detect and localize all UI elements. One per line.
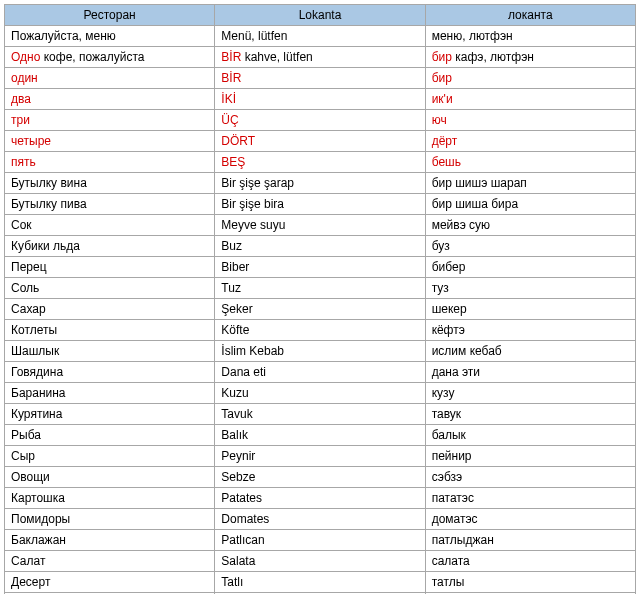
table-cell: бибер <box>425 257 635 278</box>
table-cell: тавук <box>425 404 635 425</box>
table-cell: три <box>5 110 215 131</box>
table-cell: Balık <box>215 425 425 446</box>
table-row: триÜÇюч <box>5 110 636 131</box>
table-cell: Пожалуйста, меню <box>5 26 215 47</box>
table-cell: балык <box>425 425 635 446</box>
table-cell: меню, лютфэн <box>425 26 635 47</box>
table-cell: пять <box>5 152 215 173</box>
table-cell: Patlıcan <box>215 530 425 551</box>
table-row: КотлетыKöfteкёфтэ <box>5 320 636 341</box>
table-cell: один <box>5 68 215 89</box>
table-row: четыреDÖRTдёрт <box>5 131 636 152</box>
table-row: Шашлыкİslim Kebabислим кебаб <box>5 341 636 362</box>
table-cell: Бутылку вина <box>5 173 215 194</box>
table-cell: бир <box>425 68 635 89</box>
table-cell: Кубики льда <box>5 236 215 257</box>
table-cell: Десерт <box>5 572 215 593</box>
table-cell: Сахар <box>5 299 215 320</box>
table-row: СырPeynirпейнир <box>5 446 636 467</box>
table-cell: Sebze <box>215 467 425 488</box>
table-row: Одно кофе, пожалуйстаBİR kahve, lütfenби… <box>5 47 636 68</box>
table-cell: Şeker <box>215 299 425 320</box>
table-cell: пейнир <box>425 446 635 467</box>
table-cell: мейвэ сую <box>425 215 635 236</box>
phrasebook-table: Ресторан Lokanta локанта Пожалуйста, мен… <box>4 4 636 594</box>
table-cell: BEŞ <box>215 152 425 173</box>
table-cell: Tuz <box>215 278 425 299</box>
header-row: Ресторан Lokanta локанта <box>5 5 636 26</box>
table-cell: сэбзэ <box>425 467 635 488</box>
table-cell: Котлеты <box>5 320 215 341</box>
table-cell: кузу <box>425 383 635 404</box>
table-cell: четыре <box>5 131 215 152</box>
table-row: Бутылку винаBir şişe şarapбир шишэ шарап <box>5 173 636 194</box>
table-cell: Помидоры <box>5 509 215 530</box>
table-cell: татлы <box>425 572 635 593</box>
table-row: СахарŞekerшекер <box>5 299 636 320</box>
table-cell: доматэс <box>425 509 635 530</box>
table-body: Пожалуйста, менюMenü, lütfenменю, лютфэн… <box>5 26 636 595</box>
table-row: КартошкаPatatesпататэс <box>5 488 636 509</box>
table-cell: Biber <box>215 257 425 278</box>
table-cell: Buz <box>215 236 425 257</box>
table-cell: салата <box>425 551 635 572</box>
table-cell: буз <box>425 236 635 257</box>
table-cell: Köfte <box>215 320 425 341</box>
table-cell: Salata <box>215 551 425 572</box>
table-cell: бешь <box>425 152 635 173</box>
table-cell: Курятина <box>5 404 215 425</box>
table-cell: Сок <box>5 215 215 236</box>
table-cell: пататэс <box>425 488 635 509</box>
table-cell: Patates <box>215 488 425 509</box>
table-cell: ислим кебаб <box>425 341 635 362</box>
table-cell: Бутылку пива <box>5 194 215 215</box>
table-cell: Kuzu <box>215 383 425 404</box>
table-cell: İKİ <box>215 89 425 110</box>
table-cell: кёфтэ <box>425 320 635 341</box>
table-cell: Tavuk <box>215 404 425 425</box>
table-row: одинBİRбир <box>5 68 636 89</box>
table-cell: дана эти <box>425 362 635 383</box>
table-cell: два <box>5 89 215 110</box>
table-cell: дёрт <box>425 131 635 152</box>
table-row: Пожалуйста, менюMenü, lütfenменю, лютфэн <box>5 26 636 47</box>
table-cell: юч <box>425 110 635 131</box>
table-cell: бир кафэ, лютфэн <box>425 47 635 68</box>
table-cell: Овощи <box>5 467 215 488</box>
table-cell: Одно кофе, пожалуйста <box>5 47 215 68</box>
table-row: БаранинаKuzuкузу <box>5 383 636 404</box>
table-cell: патлыджан <box>425 530 635 551</box>
table-cell: Tatlı <box>215 572 425 593</box>
table-row: СокMeyve suyuмейвэ сую <box>5 215 636 236</box>
table-row: ПерецBiberбибер <box>5 257 636 278</box>
table-row: СалатSalataсалата <box>5 551 636 572</box>
table-cell: бир шишэ шарап <box>425 173 635 194</box>
table-cell: BİR kahve, lütfen <box>215 47 425 68</box>
table-row: дваİKİик'и <box>5 89 636 110</box>
table-row: ГовядинаDana etiдана эти <box>5 362 636 383</box>
table-row: Бутылку пиваBir şişe biraбир шиша бира <box>5 194 636 215</box>
table-cell: Шашлык <box>5 341 215 362</box>
table-cell: Перец <box>5 257 215 278</box>
table-cell: Сыр <box>5 446 215 467</box>
table-cell: шекер <box>425 299 635 320</box>
table-cell: Bir şişe şarap <box>215 173 425 194</box>
table-cell: Meyve suyu <box>215 215 425 236</box>
table-cell: Menü, lütfen <box>215 26 425 47</box>
table-row: ДесертTatlıтатлы <box>5 572 636 593</box>
table-row: КурятинаTavukтавук <box>5 404 636 425</box>
header-cell: локанта <box>425 5 635 26</box>
table-cell: ик'и <box>425 89 635 110</box>
table-row: СольTuzтуз <box>5 278 636 299</box>
table-cell: BİR <box>215 68 425 89</box>
table-cell: туз <box>425 278 635 299</box>
table-cell: Говядина <box>5 362 215 383</box>
table-row: Кубики льдаBuzбуз <box>5 236 636 257</box>
table-cell: Рыба <box>5 425 215 446</box>
table-cell: Domates <box>215 509 425 530</box>
table-row: ОвощиSebzeсэбзэ <box>5 467 636 488</box>
header-cell: Lokanta <box>215 5 425 26</box>
table-row: пятьBEŞбешь <box>5 152 636 173</box>
table-cell: Dana eti <box>215 362 425 383</box>
table-cell: Салат <box>5 551 215 572</box>
